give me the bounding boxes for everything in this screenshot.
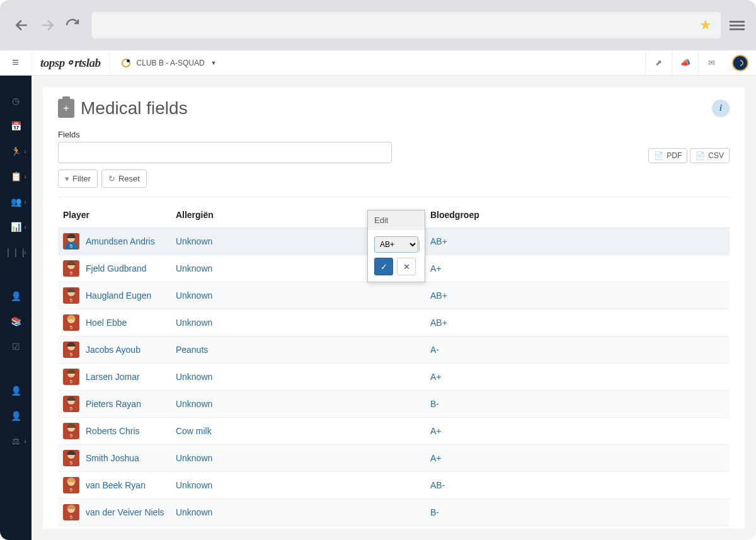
allergy-value[interactable]: Unknown (176, 507, 212, 517)
blood-value[interactable]: A+ (430, 426, 442, 436)
browser-menu-icon[interactable] (730, 19, 745, 32)
col-blood[interactable]: Bloedgroep (425, 201, 730, 228)
sidebar-user[interactable]: 👤 (0, 284, 32, 309)
url-bar[interactable]: ★ (92, 12, 721, 38)
player-avatar: 5 (63, 287, 79, 304)
announcement-icon[interactable]: 📣 (672, 50, 698, 75)
player-name-link[interactable]: Hoel Ebbe (86, 318, 127, 328)
player-name-link[interactable]: Smith Joshua (86, 453, 139, 463)
player-avatar: 5 (63, 342, 79, 358)
player-name-link[interactable]: van Beek Ryan (86, 480, 146, 490)
forward-button[interactable] (37, 14, 58, 36)
back-button[interactable] (11, 14, 33, 36)
table-row: 5Haugland EugenUnknownAB+ (58, 282, 730, 309)
player-avatar: 5 (63, 477, 79, 493)
sidebar-toggle-button[interactable]: ≡ (0, 50, 32, 75)
table-row: 5van Beek RyanUnknownAB- (58, 472, 730, 499)
allergy-value[interactable]: Unknown (176, 399, 212, 409)
blood-type-select[interactable]: AB+AB-A+A-B+B-O+O- (374, 236, 418, 253)
sidebar-list[interactable]: 📊 (0, 214, 32, 239)
sidebar: ◷ 📅 🏃 📋 👥 📊 ❘❘❘ 👤 📚 ☑ 👤 👤 ⚖ (0, 76, 32, 540)
sidebar-profile-settings[interactable]: 👤 (0, 403, 32, 428)
player-avatar: 5 (63, 260, 79, 277)
sidebar-activity[interactable]: 🏃 (0, 139, 32, 164)
player-name-link[interactable]: Larsen Jomar (86, 372, 140, 382)
allergy-value[interactable]: Peanuts (176, 345, 208, 355)
player-name-link[interactable]: Haugland Eugen (86, 290, 151, 301)
edit-popover: Edit AB+AB-A+A-B+B-O+O- ✓ ✕ (367, 210, 425, 282)
sidebar-stats[interactable]: ❘❘❘ (0, 239, 32, 265)
player-name-link[interactable]: Roberts Chris (86, 426, 140, 436)
file-icon: 📄 (696, 151, 705, 160)
profile-avatar[interactable] (732, 55, 748, 71)
blood-value[interactable]: B- (430, 399, 439, 409)
blood-value[interactable]: AB+ (430, 290, 447, 301)
player-name-link[interactable]: Pieters Rayan (86, 399, 141, 409)
player-name-link[interactable]: Fjeld Gudbrand (86, 263, 147, 273)
team-logo-icon (122, 59, 130, 67)
player-avatar: 5 (63, 233, 79, 250)
sidebar-balance[interactable]: ⚖ (0, 428, 32, 454)
fields-label: Fields (58, 130, 392, 139)
table-row: 5Jacobs AyoubPeanutsA- (58, 336, 730, 364)
table-row: 5van der Veiver NielsUnknownB- (58, 499, 730, 526)
blood-value[interactable]: A- (430, 345, 439, 355)
allergy-value[interactable]: Unknown (176, 236, 212, 246)
confirm-button[interactable]: ✓ (374, 258, 393, 275)
sidebar-profile[interactable]: 👤 (0, 378, 32, 403)
export-csv-button[interactable]: 📄CSV (690, 148, 730, 163)
info-button[interactable]: i (712, 100, 730, 117)
table-row: 5Pieters RayanUnknownB- (58, 391, 730, 418)
sidebar-team[interactable]: 👥 (0, 189, 32, 214)
bookmark-star-icon[interactable]: ★ (699, 17, 712, 33)
blood-value[interactable]: AB+ (430, 236, 447, 246)
player-avatar: 5 (63, 423, 79, 439)
allergy-value[interactable]: Unknown (176, 290, 212, 301)
fields-input[interactable] (58, 142, 392, 163)
allergy-value[interactable]: Unknown (176, 480, 212, 490)
team-selector[interactable]: CLUB B - A-SQUAD ▼ (110, 50, 228, 75)
reset-icon: ↻ (108, 174, 115, 183)
filter-button[interactable]: ▾Filter (58, 169, 98, 188)
player-name-link[interactable]: Jacobs Ayoub (86, 345, 140, 355)
blood-value[interactable]: A+ (430, 263, 442, 273)
col-player[interactable]: Player (58, 201, 171, 228)
medical-clipboard-icon: + (58, 99, 74, 118)
allergy-value[interactable]: Cow milk (176, 426, 212, 436)
blood-value[interactable]: B- (430, 507, 439, 517)
player-avatar: 5 (63, 450, 79, 466)
sidebar-calendar[interactable]: 📅 (0, 113, 32, 139)
mail-icon[interactable]: ✉ (698, 50, 724, 75)
reload-button[interactable] (62, 14, 83, 36)
allergy-value[interactable]: Unknown (176, 372, 212, 382)
page-title: Medical fields (81, 98, 188, 118)
allergy-value[interactable]: Unknown (176, 453, 212, 463)
blood-value[interactable]: A+ (430, 453, 442, 463)
sidebar-library[interactable]: 📚 (0, 309, 32, 334)
player-avatar: 5 (63, 504, 79, 520)
player-avatar: 5 (63, 369, 79, 385)
main-panel: + Medical fields i Fields 📄PDF 📄CSV ▾Fil… (43, 87, 745, 529)
file-icon: 📄 (654, 151, 663, 160)
player-avatar: 5 (63, 396, 79, 412)
table-row: 5Smith JoshuaUnknownA+ (58, 445, 730, 472)
export-pdf-button[interactable]: 📄PDF (648, 148, 687, 163)
allergy-value[interactable]: Unknown (176, 263, 212, 273)
allergy-value[interactable]: Unknown (176, 318, 212, 328)
blood-value[interactable]: A+ (430, 372, 442, 382)
popover-title: Edit (368, 210, 425, 230)
blood-value[interactable]: AB+ (430, 318, 447, 328)
browser-chrome: ★ (0, 0, 756, 50)
sidebar-medical[interactable]: 📋 (0, 164, 32, 189)
cancel-button[interactable]: ✕ (397, 258, 416, 275)
expand-icon[interactable]: ⬈ (645, 50, 672, 75)
sidebar-tasks[interactable]: ☑ (0, 334, 32, 359)
player-name-link[interactable]: van der Veiver Niels (86, 507, 164, 517)
sidebar-dashboard[interactable]: ◷ (0, 88, 32, 113)
funnel-icon: ▾ (65, 174, 69, 183)
player-name-link[interactable]: Amundsen Andris (86, 236, 155, 246)
blood-value[interactable]: AB- (430, 480, 445, 490)
brand-logo[interactable]: topsp⚬rtslab (32, 50, 110, 75)
app-header: ≡ topsp⚬rtslab CLUB B - A-SQUAD ▼ ⬈ 📣 ✉ (0, 50, 756, 76)
reset-button[interactable]: ↻Reset (101, 169, 147, 188)
